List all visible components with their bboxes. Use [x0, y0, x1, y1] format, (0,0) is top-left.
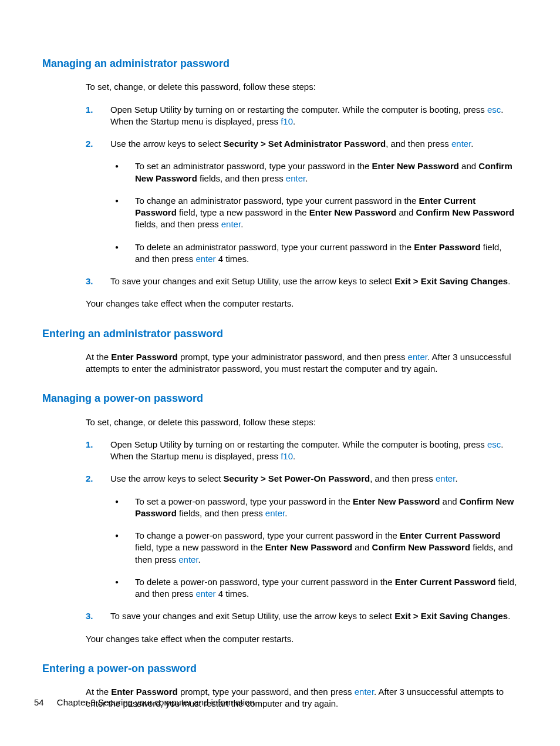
- field-label: Enter Current Password: [395, 577, 496, 587]
- step-3: 3. To save your changes and exit Setup U…: [86, 610, 518, 622]
- field-label: Enter Current Password: [400, 530, 501, 540]
- steps-list: 1. Open Setup Utility by turning on or r…: [86, 104, 518, 288]
- body-block: At the Enter Password prompt, type your …: [86, 351, 518, 375]
- bullet-set: To set an administrator password, type y…: [110, 160, 518, 184]
- step-number: 2.: [86, 138, 93, 150]
- key-enter: enter: [178, 555, 198, 564]
- section-managing-poweron-password: Managing a power-on password To set, cha…: [42, 391, 518, 645]
- prompt-label: Enter Password: [111, 352, 177, 362]
- page-footer: 54 Chapter 9 Securing your computer and …: [34, 697, 255, 708]
- step-number: 1.: [86, 439, 93, 451]
- document-page: Managing an administrator password To se…: [0, 0, 560, 746]
- sub-bullets: To set an administrator password, type y…: [110, 160, 518, 265]
- key-f10: f10: [281, 451, 293, 461]
- step-number: 3.: [86, 610, 93, 622]
- step-number: 2.: [86, 473, 93, 485]
- bullet-set: To set a power-on password, type your pa…: [110, 496, 518, 520]
- intro-text: To set, change, or delete this password,…: [86, 81, 518, 93]
- key-esc: esc: [487, 439, 501, 449]
- body-block: To set, change, or delete this password,…: [86, 416, 518, 645]
- step-text: To save your changes and exit Setup Util…: [110, 611, 510, 621]
- prompt-label: Enter Password: [111, 687, 177, 697]
- step-text: Open Setup Utility by turning on or rest…: [110, 105, 504, 126]
- key-enter: enter: [221, 219, 241, 229]
- key-enter: enter: [355, 687, 374, 697]
- chapter-title: Chapter 9 Securing your computer and inf…: [57, 697, 255, 707]
- section-entering-admin-password: Entering an administrator password At th…: [42, 327, 518, 375]
- heading-entering-poweron: Entering a power-on password: [42, 661, 518, 676]
- key-enter: enter: [408, 352, 427, 362]
- key-enter: enter: [195, 589, 215, 599]
- step-text: Use the arrow keys to select Security > …: [110, 473, 458, 483]
- bullet-delete: To delete a power-on password, type your…: [110, 576, 518, 600]
- step-2: 2. Use the arrow keys to select Security…: [86, 138, 518, 265]
- key-enter: enter: [451, 139, 471, 149]
- step-text: Open Setup Utility by turning on or rest…: [110, 439, 504, 461]
- menu-path: Exit > Exit Saving Changes: [394, 611, 508, 621]
- key-enter: enter: [195, 254, 215, 264]
- bullet-delete: To delete an administrator password, typ…: [110, 241, 518, 266]
- page-number: 54: [34, 697, 44, 707]
- menu-path: Security > Set Administrator Password: [224, 139, 386, 149]
- key-esc: esc: [487, 105, 501, 115]
- field-label: Enter New Password: [372, 161, 459, 171]
- step-1: 1. Open Setup Utility by turning on or r…: [86, 104, 518, 128]
- heading-managing-admin: Managing an administrator password: [42, 56, 518, 70]
- intro-text: To set, change, or delete this password,…: [86, 416, 518, 428]
- step-text: To save your changes and exit Setup Util…: [110, 276, 510, 286]
- outro-text: Your changes take effect when the comput…: [86, 633, 518, 645]
- body-block: To set, change, or delete this password,…: [86, 81, 518, 310]
- section-managing-admin-password: Managing an administrator password To se…: [42, 56, 518, 310]
- field-label: Enter New Password: [353, 496, 440, 506]
- sub-bullets: To set a power-on password, type your pa…: [110, 496, 518, 600]
- step-number: 1.: [86, 104, 93, 116]
- body-text: At the Enter Password prompt, type your …: [86, 351, 518, 375]
- heading-entering-admin: Entering an administrator password: [42, 327, 518, 341]
- step-1: 1. Open Setup Utility by turning on or r…: [86, 439, 518, 463]
- step-2: 2. Use the arrow keys to select Security…: [86, 473, 518, 600]
- field-label: Confirm New Password: [372, 542, 471, 552]
- field-label: Confirm New Password: [416, 207, 515, 217]
- heading-managing-poweron: Managing a power-on password: [42, 391, 518, 405]
- steps-list: 1. Open Setup Utility by turning on or r…: [86, 439, 518, 623]
- step-3: 3. To save your changes and exit Setup U…: [86, 275, 518, 287]
- bullet-change: To change an administrator password, typ…: [110, 195, 518, 231]
- field-label: Enter New Password: [265, 542, 352, 552]
- outro-text: Your changes take effect when the comput…: [86, 298, 518, 310]
- menu-path: Exit > Exit Saving Changes: [394, 276, 508, 286]
- step-number: 3.: [86, 275, 93, 287]
- step-text: Use the arrow keys to select Security > …: [110, 139, 474, 149]
- key-enter: enter: [265, 508, 285, 518]
- field-label: Enter New Password: [309, 207, 396, 217]
- key-f10: f10: [281, 116, 293, 126]
- field-label: Enter Password: [414, 242, 480, 252]
- menu-path: Security > Set Power-On Password: [224, 473, 370, 483]
- key-enter: enter: [436, 473, 455, 483]
- bullet-change: To change a power-on password, type your…: [110, 530, 518, 566]
- key-enter: enter: [286, 173, 305, 183]
